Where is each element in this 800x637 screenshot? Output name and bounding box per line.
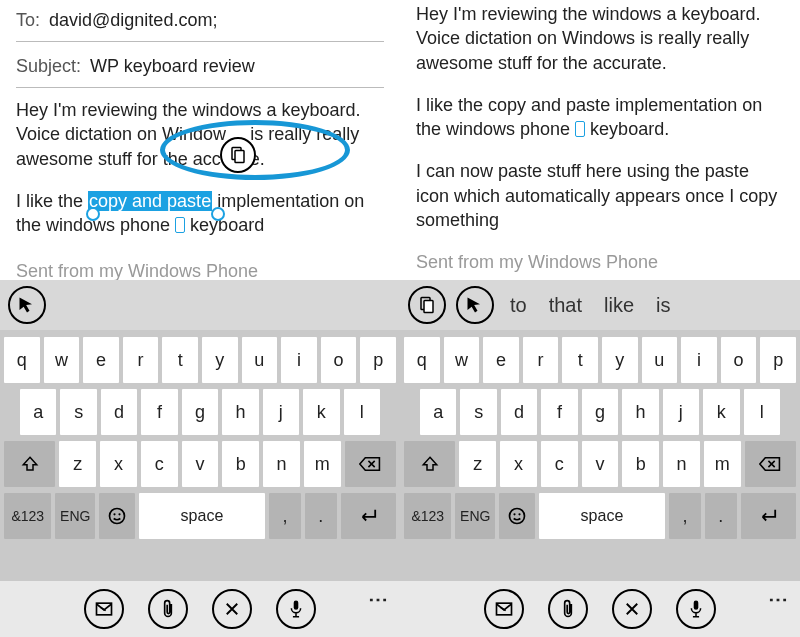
key-w[interactable]: w	[444, 337, 480, 383]
body-paragraph-1[interactable]: Hey I'm reviewing the windows a keyboard…	[416, 2, 784, 75]
key-b[interactable]: b	[622, 441, 659, 487]
attach-button[interactable]	[548, 589, 588, 629]
key-o[interactable]: o	[721, 337, 757, 383]
suggestion-word[interactable]: like	[598, 294, 640, 317]
send-button[interactable]	[484, 589, 524, 629]
key-c[interactable]: c	[541, 441, 578, 487]
key-space[interactable]: space	[139, 493, 266, 539]
key-i[interactable]: i	[281, 337, 317, 383]
selection-handle-start[interactable]	[86, 207, 100, 221]
key-comma[interactable]: ,	[269, 493, 301, 539]
email-compose-area[interactable]: To: david@dignited.com; Subject: WP keyb…	[0, 0, 400, 280]
send-button[interactable]	[84, 589, 124, 629]
close-button[interactable]	[212, 589, 252, 629]
paste-button[interactable]	[408, 286, 446, 324]
key-a[interactable]: a	[20, 389, 56, 435]
key-period[interactable]: .	[705, 493, 737, 539]
key-n[interactable]: n	[663, 441, 700, 487]
suggestion-word[interactable]: is	[650, 294, 676, 317]
attach-button[interactable]	[148, 589, 188, 629]
key-s[interactable]: s	[460, 389, 496, 435]
to-row[interactable]: To: david@dignited.com;	[16, 6, 384, 39]
key-emoji[interactable]	[99, 493, 135, 539]
key-f[interactable]: f	[141, 389, 177, 435]
key-q[interactable]: q	[404, 337, 440, 383]
key-x[interactable]: x	[500, 441, 537, 487]
key-a[interactable]: a	[420, 389, 456, 435]
key-period[interactable]: .	[305, 493, 337, 539]
key-s[interactable]: s	[60, 389, 96, 435]
selected-text[interactable]: copy and paste	[88, 191, 212, 211]
key-comma[interactable]: ,	[669, 493, 701, 539]
email-compose-area[interactable]: Hey I'm reviewing the windows a keyboard…	[400, 0, 800, 280]
key-q[interactable]: q	[4, 337, 40, 383]
key-p[interactable]: p	[360, 337, 396, 383]
key-l[interactable]: l	[344, 389, 380, 435]
key-w[interactable]: w	[44, 337, 80, 383]
key-u[interactable]: u	[242, 337, 278, 383]
key-language[interactable]: ENG	[55, 493, 95, 539]
key-y[interactable]: y	[202, 337, 238, 383]
key-r[interactable]: r	[523, 337, 559, 383]
key-y[interactable]: y	[602, 337, 638, 383]
more-button[interactable]: ⋯	[768, 587, 790, 611]
key-g[interactable]: g	[582, 389, 618, 435]
key-f[interactable]: f	[541, 389, 577, 435]
key-c[interactable]: c	[141, 441, 178, 487]
key-r[interactable]: r	[123, 337, 159, 383]
key-h[interactable]: h	[222, 389, 258, 435]
body-paragraph-2[interactable]: I like the copy and paste implementation…	[416, 93, 784, 142]
key-v[interactable]: v	[582, 441, 619, 487]
body-paragraph-3[interactable]: I can now paste stuff here using the pas…	[416, 159, 784, 232]
key-e[interactable]: e	[483, 337, 519, 383]
body-text[interactable]: copy and paste	[488, 95, 610, 115]
body-text[interactable]: I like the	[416, 95, 488, 115]
key-emoji[interactable]	[499, 493, 535, 539]
key-j[interactable]: j	[263, 389, 299, 435]
key-g[interactable]: g	[182, 389, 218, 435]
key-x[interactable]: x	[100, 441, 137, 487]
suggestion-word[interactable]: to	[504, 294, 533, 317]
key-h[interactable]: h	[622, 389, 658, 435]
key-i[interactable]: i	[681, 337, 717, 383]
key-symbols[interactable]: &123	[404, 493, 451, 539]
key-language[interactable]: ENG	[455, 493, 495, 539]
key-symbols[interactable]: &123	[4, 493, 51, 539]
key-backspace[interactable]	[345, 441, 396, 487]
key-enter[interactable]	[341, 493, 396, 539]
body-paragraph-2[interactable]: I like the copy and paste implementation…	[16, 189, 384, 238]
subject-value[interactable]: WP keyboard review	[90, 56, 255, 76]
to-value[interactable]: david@dignited.com;	[49, 10, 217, 30]
copy-button[interactable]	[220, 137, 256, 173]
more-button[interactable]: ⋯	[368, 587, 390, 611]
key-m[interactable]: m	[304, 441, 341, 487]
key-l[interactable]: l	[744, 389, 780, 435]
key-u[interactable]: u	[642, 337, 678, 383]
key-v[interactable]: v	[182, 441, 219, 487]
key-m[interactable]: m	[704, 441, 741, 487]
key-n[interactable]: n	[263, 441, 300, 487]
suggestion-word[interactable]: that	[543, 294, 588, 317]
key-space[interactable]: space	[539, 493, 666, 539]
selection-handle-end[interactable]	[211, 207, 225, 221]
key-o[interactable]: o	[321, 337, 357, 383]
key-j[interactable]: j	[663, 389, 699, 435]
key-enter[interactable]	[741, 493, 796, 539]
key-d[interactable]: d	[501, 389, 537, 435]
key-z[interactable]: z	[459, 441, 496, 487]
body-text[interactable]: keyboard	[185, 215, 264, 235]
key-e[interactable]: e	[83, 337, 119, 383]
key-k[interactable]: k	[303, 389, 339, 435]
body-text[interactable]: keyboard.	[585, 119, 669, 139]
key-backspace[interactable]	[745, 441, 796, 487]
key-z[interactable]: z	[59, 441, 96, 487]
cursor-mode-button[interactable]	[8, 286, 46, 324]
key-p[interactable]: p	[760, 337, 796, 383]
mic-button[interactable]	[676, 589, 716, 629]
key-b[interactable]: b	[222, 441, 259, 487]
mic-button[interactable]	[276, 589, 316, 629]
cursor-mode-button[interactable]	[456, 286, 494, 324]
close-button[interactable]	[612, 589, 652, 629]
key-k[interactable]: k	[703, 389, 739, 435]
subject-row[interactable]: Subject: WP keyboard review	[16, 52, 384, 85]
